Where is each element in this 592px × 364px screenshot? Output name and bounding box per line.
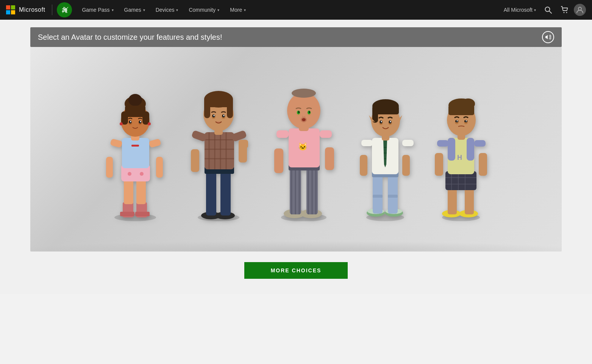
- svg-rect-41: [220, 172, 231, 216]
- banner-text: Select an Avatar to customize your featu…: [38, 33, 222, 42]
- avatar-5[interactable]: H: [429, 66, 493, 221]
- ms-logo-yellow: [11, 10, 15, 14]
- svg-rect-113: [360, 155, 367, 176]
- svg-point-31: [130, 121, 131, 122]
- nav-links: Game Pass ▾ Games ▾ Devices ▾ Community …: [77, 0, 500, 20]
- cart-icon: [561, 6, 569, 14]
- brand-logo: Microsoft: [6, 5, 45, 14]
- svg-point-96: [302, 118, 306, 121]
- nav-community[interactable]: Community ▾: [183, 0, 225, 20]
- cart-button[interactable]: [557, 0, 572, 20]
- svg-rect-85: [325, 147, 334, 170]
- svg-point-155: [456, 120, 458, 122]
- game-pass-chevron-icon: ▾: [112, 8, 114, 12]
- navbar: Microsoft 20 𝕏 Game Pass ▾ Games ▾ Devic…: [0, 0, 592, 20]
- community-chevron-icon: ▾: [217, 8, 219, 12]
- svg-rect-17: [106, 157, 113, 178]
- svg-rect-115: [402, 155, 410, 176]
- svg-point-23: [128, 94, 142, 106]
- xbox-logo[interactable]: 20 𝕏: [56, 2, 73, 18]
- svg-rect-8: [120, 212, 134, 216]
- svg-rect-26: [142, 111, 149, 125]
- svg-rect-55: [239, 140, 248, 148]
- avatar-2[interactable]: [183, 58, 255, 221]
- svg-point-66: [213, 115, 214, 116]
- nav-more[interactable]: More ▾: [225, 0, 251, 20]
- svg-rect-10: [135, 212, 150, 216]
- ms-logo-red: [6, 5, 10, 9]
- more-choices-button[interactable]: MORE CHOICES: [244, 262, 348, 279]
- nav-right: All Microsoft ▾: [501, 0, 586, 20]
- nav-devices[interactable]: Devices ▾: [150, 0, 184, 20]
- svg-rect-18: [148, 138, 161, 148]
- svg-point-88: [292, 89, 316, 98]
- svg-rect-145: [479, 153, 487, 176]
- svg-rect-51: [191, 130, 207, 142]
- svg-rect-104: [373, 195, 383, 198]
- svg-rect-114: [402, 140, 414, 146]
- svg-rect-14: [122, 138, 149, 168]
- svg-point-33: [120, 122, 123, 125]
- svg-rect-140: [467, 138, 474, 161]
- avatar-3[interactable]: 🐱: [266, 55, 342, 221]
- sound-button[interactable]: [542, 31, 554, 43]
- svg-rect-40: [206, 172, 216, 216]
- svg-point-87: [287, 92, 320, 129]
- nav-divider: [52, 5, 52, 15]
- xbox-circle: 20 𝕏: [57, 2, 72, 17]
- svg-text:H: H: [457, 154, 462, 161]
- microsoft-logo: [6, 5, 15, 14]
- more-chevron-icon: ▾: [244, 8, 246, 12]
- svg-point-34: [148, 122, 151, 125]
- svg-rect-61: [204, 98, 233, 107]
- svg-point-93: [298, 111, 300, 113]
- svg-rect-103: [388, 175, 398, 214]
- svg-point-5: [578, 7, 581, 10]
- svg-rect-83: [274, 148, 283, 173]
- svg-rect-15: [131, 145, 139, 147]
- avatar-4[interactable]: [353, 70, 417, 221]
- avatars-row: 🐱: [99, 55, 493, 229]
- avatar-stage: 🐱: [30, 47, 562, 252]
- svg-rect-19: [156, 157, 163, 178]
- user-avatar-button[interactable]: [574, 4, 586, 16]
- svg-rect-82: [276, 130, 289, 138]
- all-microsoft-chevron-icon: ▾: [534, 8, 536, 12]
- avatar-1[interactable]: [99, 62, 171, 221]
- microsoft-text: Microsoft: [19, 6, 45, 13]
- svg-line-2: [549, 11, 551, 13]
- svg-text:🐱: 🐱: [298, 142, 308, 151]
- devices-chevron-icon: ▾: [176, 8, 178, 12]
- svg-rect-16: [110, 138, 123, 148]
- svg-point-3: [564, 12, 565, 13]
- svg-point-94: [309, 111, 310, 113]
- svg-point-125: [381, 121, 382, 122]
- svg-rect-144: [474, 140, 486, 147]
- svg-point-4: [566, 12, 567, 13]
- svg-point-126: [390, 121, 391, 122]
- nav-games[interactable]: Games ▾: [119, 0, 150, 20]
- svg-rect-143: [435, 153, 443, 176]
- avatar-banner: Select an Avatar to customize your featu…: [30, 27, 562, 47]
- svg-rect-130: [448, 187, 457, 214]
- user-icon: [576, 6, 583, 13]
- more-choices-wrap: MORE CHOICES: [30, 252, 562, 286]
- svg-point-150: [461, 98, 475, 109]
- svg-point-35: [128, 172, 131, 176]
- svg-point-36: [140, 172, 144, 176]
- search-button[interactable]: [540, 0, 556, 20]
- svg-rect-139: [448, 138, 455, 161]
- all-microsoft-menu[interactable]: All Microsoft ▾: [501, 0, 539, 20]
- svg-point-67: [223, 115, 224, 116]
- sound-icon: [545, 34, 551, 40]
- svg-text:𝕏: 𝕏: [61, 6, 69, 14]
- svg-rect-131: [465, 187, 474, 214]
- nav-game-pass[interactable]: Game Pass ▾: [77, 0, 119, 20]
- svg-rect-102: [373, 175, 383, 214]
- svg-point-32: [140, 121, 141, 122]
- main-content: Select an Avatar to customize your featu…: [0, 20, 592, 294]
- games-chevron-icon: ▾: [143, 8, 145, 12]
- search-icon: [544, 6, 552, 14]
- ms-logo-green: [11, 5, 15, 9]
- svg-point-156: [465, 120, 467, 122]
